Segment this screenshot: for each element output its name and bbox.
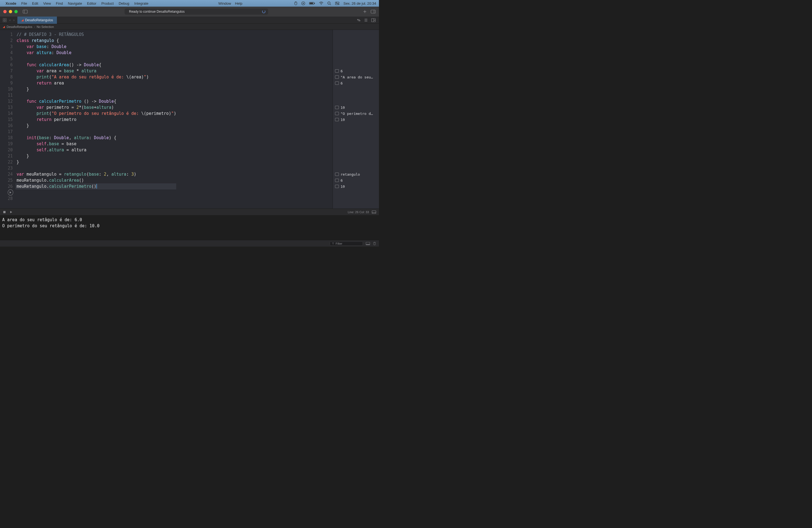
menu-window[interactable]: Window [218, 1, 231, 5]
code-line[interactable]: self.base = base [15, 141, 176, 147]
code-line[interactable]: meuRetangulo.calcularArea() [15, 177, 176, 184]
battery-icon[interactable] [309, 2, 315, 5]
playground-result[interactable]: retangulo [335, 171, 377, 177]
code-line[interactable]: func calcularArea() -> Double{ [15, 62, 176, 68]
code-line[interactable]: // # DESAFIO 3 - RETÂNGULOS [15, 31, 176, 38]
wifi-icon[interactable] [319, 2, 323, 5]
code-line[interactable]: var meuRetangulo = retangulo(base: 2, al… [15, 171, 176, 177]
breadcrumb-root[interactable]: DesafioRetangulos [6, 25, 32, 28]
quicklook-icon[interactable] [335, 69, 339, 73]
code-line[interactable] [15, 129, 176, 135]
code-line[interactable]: return perimetro [15, 117, 176, 122]
nav-forward-icon[interactable]: › [13, 18, 14, 22]
code-line[interactable]: init(base: Double, altura: Double) { [15, 135, 176, 141]
playground-result[interactable]: 6 [335, 80, 377, 86]
search-icon[interactable] [327, 1, 331, 5]
menu-editor[interactable]: Editor [87, 1, 97, 5]
code-line[interactable]: meuRetangulo.calcularPerimetro() [15, 184, 176, 189]
playground-result[interactable]: 10 [335, 104, 377, 111]
playground-result[interactable]: 10 [335, 117, 377, 122]
control-center-icon[interactable] [335, 2, 339, 5]
code-line[interactable]: } [15, 153, 176, 159]
playground-result[interactable]: 6 [335, 68, 377, 74]
code-editor[interactable]: 1234567891011121314151617181920212223242… [0, 30, 333, 208]
quicklook-icon[interactable] [335, 82, 339, 85]
code-line[interactable]: } [15, 159, 176, 165]
run-playground-button[interactable] [8, 189, 13, 195]
nav-back-icon[interactable]: ‹ [10, 18, 11, 22]
record-icon[interactable] [301, 1, 305, 5]
console-toggle-icon[interactable] [372, 210, 376, 214]
code-line[interactable] [15, 165, 176, 171]
quicklook-icon[interactable] [335, 118, 339, 121]
code-line[interactable]: } [15, 122, 176, 129]
menubar-datetime[interactable]: Sex. 26 de jul. 20:34 [343, 1, 376, 5]
refresh-icon[interactable] [357, 18, 361, 22]
code-line[interactable]: } [15, 86, 176, 92]
menu-product[interactable]: Product [101, 1, 114, 5]
menu-view[interactable]: View [43, 1, 51, 5]
quicklook-icon[interactable] [335, 179, 339, 182]
svg-rect-6 [314, 3, 315, 4]
add-button-icon[interactable] [363, 10, 367, 14]
line-number: 2 [0, 38, 13, 44]
quicklook-icon[interactable] [335, 112, 339, 115]
console-filter-input[interactable]: Filter [330, 241, 363, 246]
console-output[interactable]: A area do seu retâgulo é de: 6.0O períme… [0, 215, 379, 240]
menu-app-name[interactable]: Xcode [5, 1, 16, 5]
quicklook-icon[interactable] [335, 173, 339, 176]
breadcrumb-selection[interactable]: No Selection [37, 25, 54, 28]
left-panel-toggle-icon[interactable] [23, 10, 28, 14]
menu-integrate[interactable]: Integrate [134, 1, 148, 5]
minimize-window-button[interactable] [9, 10, 12, 13]
zoom-window-button[interactable] [14, 10, 18, 13]
debug-stop-icon[interactable] [3, 210, 6, 214]
code-line[interactable]: var perimetro = 2*(base+altura) [15, 104, 176, 111]
code-line[interactable]: print("A area do seu retâgulo é de: \(ar… [15, 74, 176, 80]
code-line[interactable]: var base: Double [15, 44, 176, 50]
jump-bar[interactable]: ◢ DesafioRetangulos › No Selection [0, 24, 379, 30]
line-number: 24 [0, 171, 13, 177]
adjust-editor-icon[interactable] [364, 18, 368, 22]
code-content[interactable]: // # DESAFIO 3 - RETÂNGULOSclass retangu… [15, 30, 176, 208]
debug-play-icon[interactable] [10, 210, 13, 214]
add-editor-icon[interactable] [371, 18, 376, 22]
code-line[interactable]: var altura: Double [15, 50, 176, 56]
code-line[interactable]: return area [15, 80, 176, 86]
activity-status[interactable]: Ready to continue DesafioRetangulos [125, 9, 268, 15]
editor-tab[interactable]: ◢ DesafioRetangulos [17, 17, 57, 24]
code-line[interactable]: self.altura = altura [15, 147, 176, 153]
menu-debug[interactable]: Debug [119, 1, 129, 5]
code-line[interactable] [15, 195, 176, 202]
console-panel-icon[interactable] [366, 242, 370, 245]
menu-help[interactable]: Help [235, 1, 243, 5]
library-button-icon[interactable] [371, 10, 376, 14]
menu-file[interactable]: File [21, 1, 27, 5]
menu-navigate[interactable]: Navigate [68, 1, 82, 5]
mouse-icon[interactable] [294, 1, 298, 5]
close-window-button[interactable] [3, 10, 6, 13]
svg-line-9 [330, 4, 331, 5]
result-value: 6 [340, 178, 343, 182]
code-line[interactable]: print("O perímetro do seu retângulo é de… [15, 111, 176, 117]
menu-edit[interactable]: Edit [32, 1, 38, 5]
related-items-icon[interactable] [3, 18, 6, 22]
code-line[interactable]: func calcularPerimetro () -> Double{ [15, 98, 176, 104]
line-number: 21 [0, 153, 13, 159]
code-line[interactable] [15, 92, 176, 98]
console-line: O perímetro do seu retângulo é de: 10.0 [2, 223, 377, 229]
playground-result[interactable]: 10 [335, 184, 377, 189]
code-line[interactable]: var area = base * altura [15, 68, 176, 74]
menu-find[interactable]: Find [56, 1, 63, 5]
playground-result[interactable]: "O perímetro d… [335, 111, 377, 117]
trash-icon[interactable] [373, 241, 376, 246]
line-number: 15 [0, 117, 13, 122]
playground-result[interactable]: "A area do seu… [335, 74, 377, 80]
playground-result[interactable]: 6 [335, 177, 377, 184]
quicklook-icon[interactable] [335, 185, 339, 188]
quicklook-icon[interactable] [335, 106, 339, 109]
code-line[interactable] [15, 56, 176, 62]
code-line[interactable] [15, 189, 176, 195]
code-line[interactable]: class retangulo { [15, 38, 176, 44]
quicklook-icon[interactable] [335, 75, 339, 79]
